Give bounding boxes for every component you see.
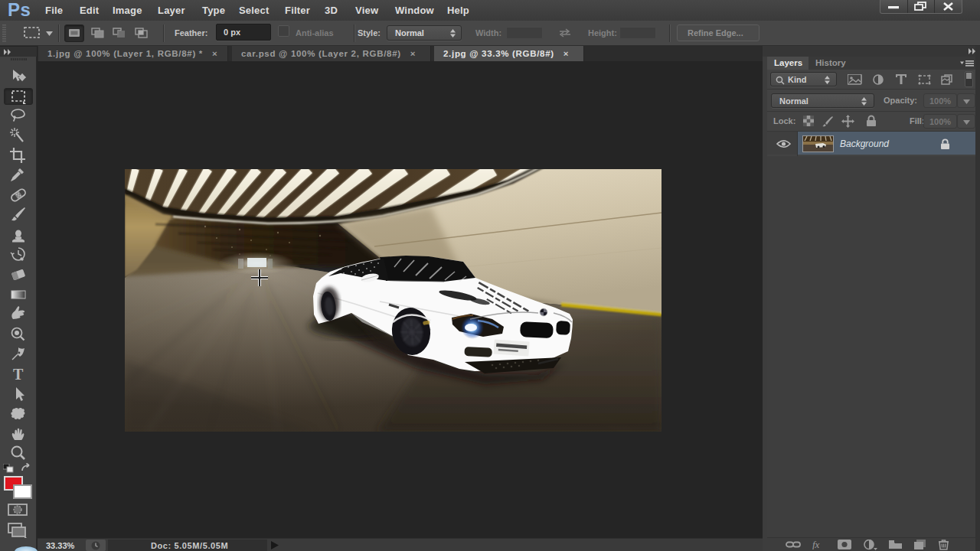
svg-text:fx: fx bbox=[812, 540, 820, 549]
svg-text:T: T bbox=[13, 366, 24, 383]
